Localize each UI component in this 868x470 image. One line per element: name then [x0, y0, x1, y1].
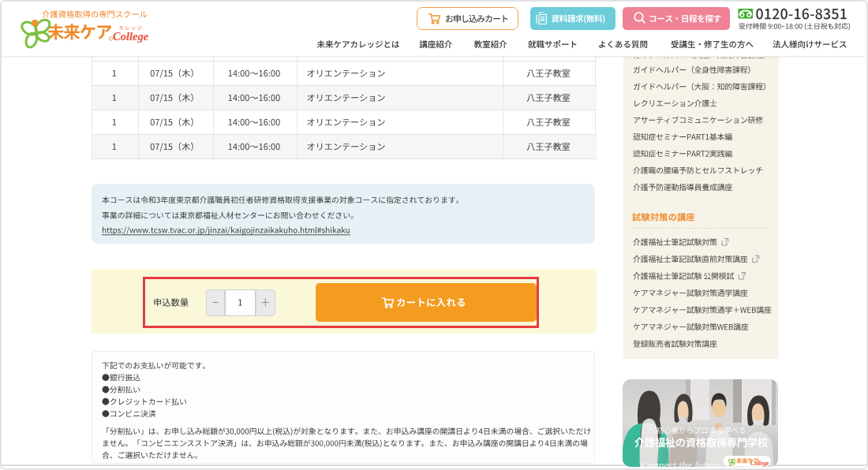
svg-text:College: College: [750, 460, 769, 467]
svg-text:Connect the future: Connect the future: [641, 458, 720, 467]
